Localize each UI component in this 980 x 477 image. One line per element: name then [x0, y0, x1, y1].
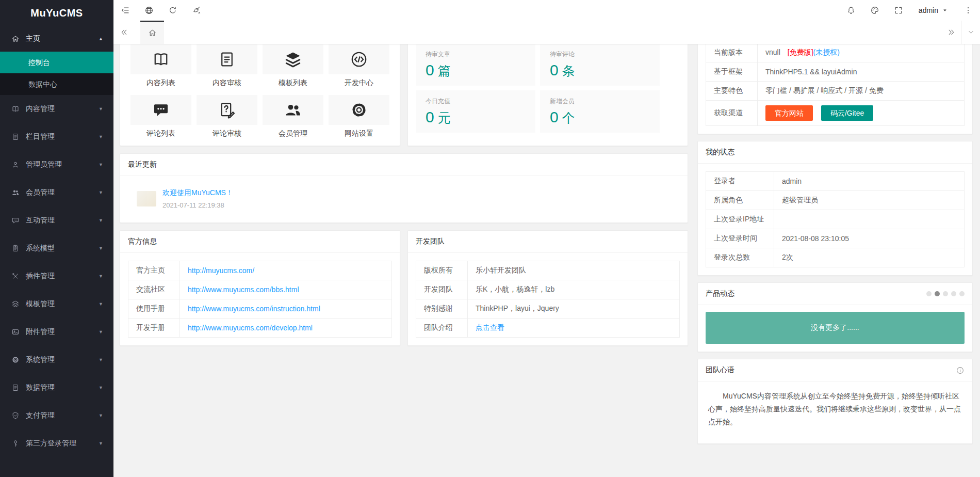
clipboard-icon [11, 384, 20, 392]
shortcut-site-settings[interactable]: 网站设置 [329, 95, 389, 138]
shortcut-comment-audit[interactable]: 评论审核 [197, 95, 257, 138]
document-list-icon [11, 133, 20, 141]
sidebar-item-attachments[interactable]: 附件管理▼ [0, 318, 113, 346]
gear-icon [11, 356, 20, 364]
layers-filled-icon [284, 50, 302, 69]
top-header: admin [113, 0, 980, 21]
table-row: 开发团队乐K，小航，杨逸轩，lzb [416, 280, 680, 299]
update-link[interactable]: 欢迎使用MuYuCMS！ [162, 188, 233, 197]
sidebar-item-data[interactable]: 数据管理▼ [0, 374, 113, 402]
chevron-down-icon: ▼ [99, 385, 103, 390]
sidebar-item-columns[interactable]: 栏目管理▼ [0, 123, 113, 151]
sidebar-item-interaction[interactable]: 互动管理▼ [0, 206, 113, 234]
no-more-banner: 没有更多了...... [706, 312, 965, 344]
carousel-dot[interactable] [951, 291, 956, 296]
clear-cache-icon [192, 6, 201, 15]
chevrons-right-icon [947, 28, 956, 37]
tabs-scroll-left-button[interactable] [113, 21, 134, 44]
free-edition-tag: [免费版] [788, 48, 813, 56]
table-row: 基于框架 ThinkPHP5.1 && layuiAdmin [706, 62, 965, 82]
table-row: 版权所有乐小轩开发团队 [416, 261, 680, 280]
file-icon [11, 244, 20, 252]
tab-home[interactable] [140, 21, 164, 44]
panel-title: 团队心语 [706, 365, 734, 375]
gitee-button[interactable]: 码云/Gitee [821, 105, 873, 121]
info-button[interactable] [956, 366, 965, 375]
users-icon [11, 188, 20, 197]
theme-button[interactable] [863, 0, 887, 21]
tabs-scroll-right-button[interactable] [941, 21, 961, 44]
sidebar-item-home[interactable]: 主页 ▲ [0, 26, 113, 52]
manual-link[interactable]: http://www.muyucms.com/instruction.html [188, 305, 320, 313]
more-vertical-icon [963, 6, 973, 15]
panel-title: 最近更新 [128, 160, 157, 169]
panel-title: 开发团队 [416, 237, 445, 246]
shield-check-icon [11, 411, 20, 420]
fullscreen-icon [894, 6, 903, 15]
clear-cache-button[interactable] [185, 0, 208, 21]
sidebar-item-members[interactable]: 会员管理▼ [0, 179, 113, 206]
table-row: 登录者admin [706, 172, 965, 191]
official-home-link[interactable]: http://muyucms.com/ [188, 266, 254, 275]
team-intro-link[interactable]: 点击查看 [476, 323, 504, 331]
my-status-table: 登录者admin 所属角色超级管理员 上次登录IP地址 上次登录时间2021-0… [706, 171, 965, 267]
sidebar-item-templates[interactable]: 模板管理▼ [0, 290, 113, 318]
stat-pending-comments: 待审评论 0条 [540, 43, 660, 86]
carousel-dot[interactable] [959, 291, 965, 296]
sidebar-item-admins[interactable]: 管理员管理▼ [0, 151, 113, 179]
shortcut-member-management[interactable]: 会员管理 [263, 95, 323, 138]
table-row: 获取渠道 官方网站 码云/Gitee [706, 101, 965, 126]
collapse-sidebar-icon [121, 6, 130, 15]
tabs-menu-button[interactable] [961, 21, 980, 44]
sidebar-item-models[interactable]: 系统模型▼ [0, 234, 113, 262]
table-row: 主要特色 零门槛 / 易扩展 / 响应式 / 开源 / 免费 [706, 82, 965, 101]
key-icon [11, 439, 20, 448]
unauthorized-tag[interactable]: (未授权) [813, 48, 840, 56]
sidebar-item-console[interactable]: 控制台 [0, 52, 113, 73]
community-link[interactable]: http://www.muyucms.com/bbs.html [188, 285, 299, 294]
chevron-up-icon: ▲ [99, 36, 103, 41]
shortcut-comment-list[interactable]: 评论列表 [130, 95, 191, 138]
shortcut-content-audit[interactable]: 内容审核 [197, 44, 257, 88]
refresh-icon [168, 6, 177, 15]
team-motto-panel: 团队心语 MuYuCMS内容管理系统从创立至今始终坚持免费开源，始终坚持倾听社区… [697, 359, 973, 444]
theme-palette-icon [870, 6, 879, 15]
app-logo: MuYuCMS [0, 0, 113, 26]
fullscreen-button[interactable] [887, 0, 910, 21]
chevron-down-icon: ▼ [99, 441, 103, 446]
carousel-dot[interactable] [943, 291, 948, 296]
collapse-sidebar-button[interactable] [113, 0, 137, 21]
language-button[interactable] [137, 0, 161, 21]
sidebar-item-plugins[interactable]: 插件管理▼ [0, 262, 113, 290]
carousel-dot[interactable] [926, 291, 932, 296]
document-question-icon [218, 101, 236, 119]
sidebar-item-data-center[interactable]: 数据中心 [0, 73, 113, 95]
sidebar-item-thirdparty-login[interactable]: 第三方登录管理▼ [0, 430, 113, 457]
book-open-icon [152, 50, 170, 69]
sidebar-item-payment[interactable]: 支付管理▼ [0, 402, 113, 430]
sidebar-submenu-home: 控制台 数据中心 [0, 52, 113, 95]
sidebar-item-content[interactable]: 内容管理▼ [0, 95, 113, 123]
dev-manual-link[interactable]: http://www.muyucms.com/develop.html [188, 324, 313, 332]
official-site-button[interactable]: 官方网站 [765, 105, 813, 121]
tab-bar [113, 21, 980, 44]
update-thumbnail [137, 191, 156, 206]
table-row: 开发手册http://www.muyucms.com/develop.html [128, 319, 392, 338]
shortcut-content-list[interactable]: 内容列表 [130, 44, 191, 88]
notifications-button[interactable] [839, 0, 863, 21]
user-menu[interactable]: admin [910, 0, 956, 21]
table-row: 交流社区http://www.muyucms.com/bbs.html [128, 280, 392, 299]
shortcut-dev-center[interactable]: 开发中心 [329, 44, 389, 88]
refresh-button[interactable] [161, 0, 185, 21]
table-row: 官方主页http://muyucms.com/ [128, 261, 392, 280]
table-row: 登录次总数2次 [706, 248, 965, 267]
more-menu-button[interactable] [956, 0, 980, 21]
shortcut-template-list[interactable]: 模板列表 [263, 44, 323, 88]
version-value: vnull [765, 48, 780, 56]
tools-icon [11, 272, 20, 280]
carousel-dot[interactable] [935, 291, 940, 296]
sidebar-item-system[interactable]: 系统管理▼ [0, 346, 113, 374]
chevron-down-icon: ▼ [99, 301, 103, 307]
layers-icon [11, 300, 20, 308]
table-row: 上次登录IP地址 [706, 210, 965, 229]
